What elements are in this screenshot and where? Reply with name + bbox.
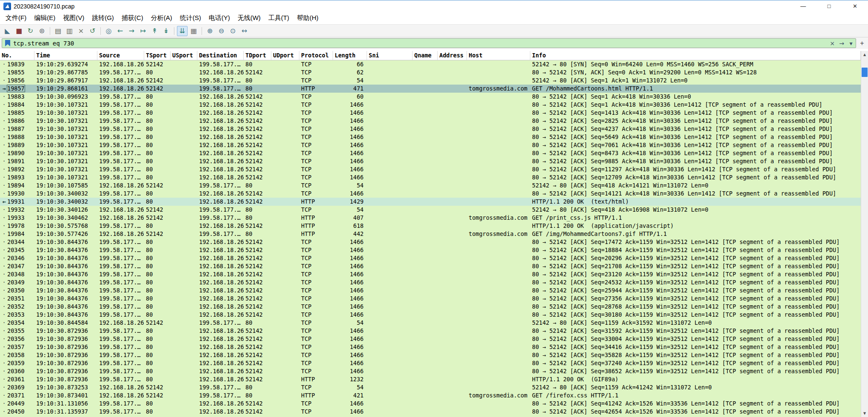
go-forward-icon[interactable]: →	[126, 26, 137, 36]
packet-row-19888[interactable]: ·1988819:10:30.107321199.58.177.…80192.1…	[0, 133, 861, 141]
filter-apply-icon[interactable]: →	[837, 40, 846, 47]
packet-row-19984[interactable]: ·1998419:10:30.577426192.168.18.26521421…	[0, 230, 861, 238]
menu-view[interactable]: 视图(V)	[59, 13, 88, 23]
column-header-host[interactable]: Host	[467, 51, 530, 60]
column-header-udport[interactable]: UDport	[271, 51, 299, 60]
zoom-out-icon[interactable]: ⊖	[216, 26, 227, 36]
menu-go[interactable]: 跳转(G)	[88, 13, 118, 23]
column-header-protocol[interactable]: Protocol	[299, 51, 333, 60]
go-to-packet-icon[interactable]: ↦	[138, 26, 148, 36]
packet-row-20371[interactable]: ·2037119:10:30.873401192.168.18.26521421…	[0, 391, 861, 400]
menu-wireless[interactable]: 无线(W)	[234, 13, 265, 23]
column-header-qname[interactable]: Qname	[413, 51, 438, 60]
packet-row-19930[interactable]: ·1993019:10:30.340032199.58.177.…80192.1…	[0, 190, 861, 198]
packet-row-20346[interactable]: ·2034619:10:30.844376199.58.177.…80192.1…	[0, 254, 861, 262]
menu-telephony[interactable]: 电话(Y)	[205, 13, 234, 23]
packet-row-20355[interactable]: ·2035519:10:30.872936199.58.177.…80192.1…	[0, 327, 861, 335]
packet-row-20344[interactable]: ·2034419:10:30.844376199.58.177.…80192.1…	[0, 238, 861, 246]
packet-row-19887[interactable]: ·1988719:10:30.107321199.58.177.…80192.1…	[0, 125, 861, 133]
packet-row-19933[interactable]: ·1993319:10:30.340462192.168.18.26521421…	[0, 214, 861, 222]
close-file-icon[interactable]: ×	[76, 26, 86, 36]
menu-file[interactable]: 文件(F)	[2, 13, 30, 23]
vertical-scrollbar[interactable]: ▲ ▼	[861, 51, 868, 417]
packet-row-20360[interactable]: ·2036019:10:30.872936199.58.177.…80192.1…	[0, 367, 861, 375]
packet-row-19894[interactable]: ·1989419:10:30.107585192.168.18.26521421…	[0, 182, 861, 190]
packet-row-19839[interactable]: ·1983919:10:29.639274192.168.18.26521421…	[0, 60, 861, 68]
packet-row-19890[interactable]: ·1989019:10:30.107321199.58.177.…80192.1…	[0, 149, 861, 157]
packet-row-20357[interactable]: ·2035719:10:30.872936199.58.177.…80192.1…	[0, 343, 861, 351]
column-header-usport[interactable]: USport	[171, 51, 197, 60]
packet-row-20348[interactable]: ·2034819:10:30.844376199.58.177.…80192.1…	[0, 270, 861, 278]
column-header-source[interactable]: Source	[97, 51, 144, 60]
column-header-destination[interactable]: Destination	[197, 51, 244, 60]
column-header-length[interactable]: Length	[333, 51, 367, 60]
zoom-in-icon[interactable]: ⊕	[205, 26, 215, 36]
open-file-icon[interactable]: ▤	[53, 26, 63, 36]
reload-file-icon[interactable]: ↺	[87, 26, 98, 36]
packet-row-19892[interactable]: ·1989219:10:30.107321199.58.177.…80192.1…	[0, 165, 861, 173]
scroll-down-arrow-icon[interactable]: ▼	[861, 410, 868, 417]
close-button[interactable]: ✕	[842, 0, 868, 12]
packet-row-20352[interactable]: ·2035219:10:30.844376199.58.177.…80192.1…	[0, 303, 861, 311]
go-last-packet-icon[interactable]: ↡	[161, 26, 171, 36]
packet-row-20345[interactable]: ·2034519:10:30.844376199.58.177.…80192.1…	[0, 246, 861, 254]
packet-row-19885[interactable]: ·1988519:10:30.107321199.58.177.…80192.1…	[0, 109, 861, 117]
start-capture-icon[interactable]: ◣	[2, 26, 13, 36]
packet-row-20351[interactable]: ·2035119:10:30.844376199.58.177.…80192.1…	[0, 295, 861, 303]
go-back-icon[interactable]: ←	[115, 26, 125, 36]
column-header-time[interactable]: Time	[34, 51, 97, 60]
packet-row-20369[interactable]: ·2036919:10:30.873253192.168.18.26521421…	[0, 383, 861, 391]
column-header-tsport[interactable]: TSport	[144, 51, 171, 60]
column-header-sni[interactable]: Sni	[367, 51, 413, 60]
packet-row-20358[interactable]: ·2035819:10:30.872936199.58.177.…80192.1…	[0, 351, 861, 359]
restart-capture-icon[interactable]: ↻	[25, 26, 36, 36]
packet-row-19932[interactable]: ·1993219:10:30.340126192.168.18.26521421…	[0, 206, 861, 214]
packet-row-20354[interactable]: ·2035419:10:30.844584192.168.18.26521421…	[0, 319, 861, 327]
menu-tools[interactable]: 工具(T)	[265, 13, 293, 23]
scroll-up-arrow-icon[interactable]: ▲	[861, 51, 868, 58]
packet-row-20449[interactable]: ·2044919:10:31.131056199.58.177.…80192.1…	[0, 400, 861, 408]
packet-row-20359[interactable]: ·2035919:10:30.872936199.58.177.…80192.1…	[0, 359, 861, 367]
filter-clear-icon[interactable]: ×	[828, 40, 837, 47]
maximize-button[interactable]: □	[816, 0, 842, 12]
filter-dropdown-icon[interactable]: ▾	[846, 40, 856, 47]
display-filter-value[interactable]: tcp.stream eq 730	[13, 40, 828, 47]
packet-row-20347[interactable]: ·2034719:10:30.844376199.58.177.…80192.1…	[0, 262, 861, 270]
packet-row-19855[interactable]: ·1985519:10:29.867785199.58.177.…80192.1…	[0, 68, 861, 77]
menu-analyze[interactable]: 分析(A)	[147, 13, 176, 23]
packet-row-19857[interactable]: →1985719:10:29.868161192.168.18.26521421…	[0, 85, 861, 93]
stop-capture-icon[interactable]: ■	[14, 26, 24, 36]
colorize-icon[interactable]: ▦	[188, 26, 199, 36]
packet-row-19886[interactable]: ·1988619:10:30.107321199.58.177.…80192.1…	[0, 117, 861, 125]
packet-row-19978[interactable]: ·1997819:10:30.575768199.58.177.…80192.1…	[0, 222, 861, 230]
packet-row-20350[interactable]: ·2035019:10:30.844376199.58.177.…80192.1…	[0, 287, 861, 295]
minimize-button[interactable]: —	[790, 0, 816, 12]
packet-row-19889[interactable]: ·1988919:10:30.107321199.58.177.…80192.1…	[0, 141, 861, 149]
zoom-original-icon[interactable]: ⊙	[228, 26, 238, 36]
column-header-no[interactable]: No.	[0, 51, 34, 60]
autoscroll-icon[interactable]: ⇊	[177, 26, 188, 36]
filter-add-button[interactable]: +	[858, 40, 866, 47]
go-first-packet-icon[interactable]: ↟	[149, 26, 160, 36]
filter-bookmark-icon[interactable]	[5, 40, 10, 46]
packet-row-20353[interactable]: ·2035319:10:30.844376199.58.177.…80192.1…	[0, 311, 861, 319]
scrollbar-thumb[interactable]	[862, 68, 868, 77]
packet-row-19884[interactable]: ·1988419:10:30.107321199.58.177.…80192.1…	[0, 101, 861, 109]
find-packet-icon[interactable]: ◎	[103, 26, 114, 36]
packet-row-19856[interactable]: ·1985619:10:29.867917192.168.18.26521421…	[0, 77, 861, 85]
column-header-info[interactable]: Info	[530, 51, 861, 60]
column-header-tdport[interactable]: TDport	[244, 51, 271, 60]
packet-row-19883[interactable]: ·1988319:10:30.096923199.58.177.…80192.1…	[0, 93, 861, 101]
menu-statistics[interactable]: 统计(S)	[176, 13, 205, 23]
packet-row-19931[interactable]: ←1993119:10:30.340032199.58.177.…80192.1…	[0, 198, 861, 206]
column-header-address[interactable]: Address	[438, 51, 467, 60]
menu-edit[interactable]: 编辑(E)	[30, 13, 59, 23]
resize-columns-icon[interactable]: ↔	[239, 26, 250, 36]
packet-row-19891[interactable]: ·1989119:10:30.107321199.58.177.…80192.1…	[0, 157, 861, 165]
packet-row-20356[interactable]: ·2035619:10:30.872936199.58.177.…80192.1…	[0, 335, 861, 343]
menu-help[interactable]: 帮助(H)	[293, 13, 322, 23]
capture-options-icon[interactable]: ⊛	[37, 26, 47, 36]
packet-row-20450[interactable]: ·2045019:10:31.135937199.58.177.…80192.1…	[0, 408, 861, 416]
save-file-icon[interactable]: ▥	[64, 26, 75, 36]
packet-row-20361[interactable]: ·2036119:10:30.872936199.58.177.…80192.1…	[0, 375, 861, 383]
